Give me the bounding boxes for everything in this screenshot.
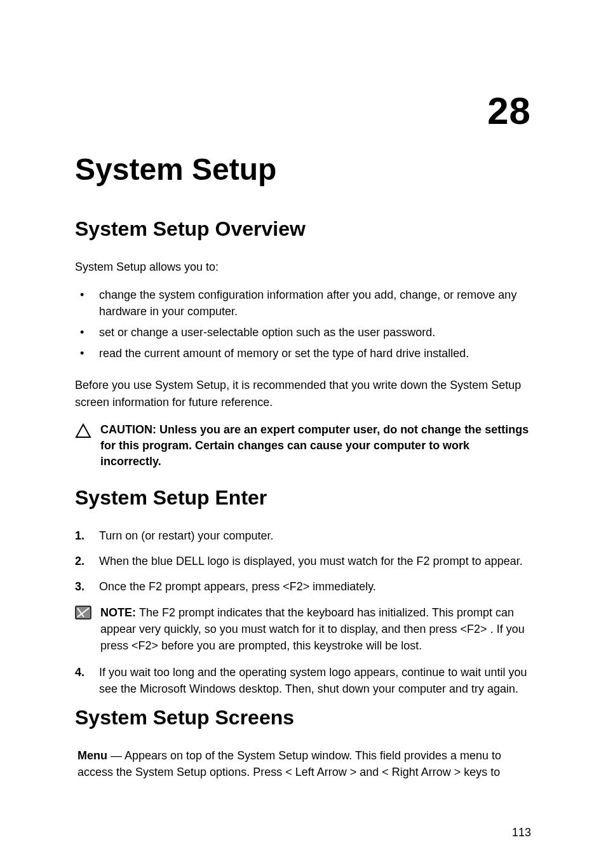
section-title-screens: System Setup Screens xyxy=(75,706,531,729)
step-number: 4. xyxy=(75,664,84,681)
list-item: 1.Turn on (or restart) your computer. xyxy=(75,527,531,544)
step-number: 3. xyxy=(75,578,84,595)
enter-steps-list: 1.Turn on (or restart) your computer. 2.… xyxy=(75,527,531,595)
menu-label: Menu xyxy=(77,749,107,762)
enter-steps-list-cont: 4.If you wait too long and the operating… xyxy=(75,664,531,697)
caution-label: CAUTION: xyxy=(100,423,159,436)
caution-block: CAUTION: Unless you are an expert comput… xyxy=(75,422,531,470)
step-text: When the blue DELL logo is displayed, yo… xyxy=(99,555,523,567)
chapter-number: 28 xyxy=(75,89,531,133)
list-item: 4.If you wait too long and the operating… xyxy=(75,664,531,697)
note-body: The F2 prompt indicates that the keyboar… xyxy=(100,606,525,652)
page-number: 113 xyxy=(512,826,531,839)
caution-icon xyxy=(75,422,94,441)
overview-recommendation: Before you use System Setup, it is recom… xyxy=(75,377,531,410)
list-item: 2.When the blue DELL logo is displayed, … xyxy=(75,553,531,569)
section-title-overview: System Setup Overview xyxy=(75,217,531,241)
list-item: 3.Once the F2 prompt appears, press <F2>… xyxy=(75,578,531,595)
overview-intro: System Setup allows you to: xyxy=(75,259,531,275)
menu-paragraph: Menu — Appears on top of the System Setu… xyxy=(75,747,531,780)
note-icon xyxy=(75,604,94,622)
step-text: If you wait too long and the operating s… xyxy=(99,666,527,695)
step-number: 2. xyxy=(75,553,84,569)
caution-body: Unless you are an expert computer user, … xyxy=(100,423,529,468)
section-title-enter: System Setup Enter xyxy=(75,486,531,510)
caution-text: CAUTION: Unless you are an expert comput… xyxy=(100,422,531,470)
list-item: read the current amount of memory or set… xyxy=(75,345,531,362)
overview-bullet-list: change the system configuration informat… xyxy=(75,287,531,362)
step-text: Turn on (or restart) your computer. xyxy=(99,529,273,542)
step-text: Once the F2 prompt appears, press <F2> i… xyxy=(99,580,376,593)
note-block: NOTE: The F2 prompt indicates that the k… xyxy=(75,604,531,654)
note-text: NOTE: The F2 prompt indicates that the k… xyxy=(100,604,531,654)
note-label: NOTE: xyxy=(100,606,139,619)
list-item: set or change a user-selectable option s… xyxy=(75,324,531,341)
list-item: change the system configuration informat… xyxy=(75,287,531,320)
step-number: 1. xyxy=(75,527,84,544)
chapter-title: System Setup xyxy=(75,152,531,187)
menu-text: — Appears on top of the System Setup win… xyxy=(77,749,501,778)
